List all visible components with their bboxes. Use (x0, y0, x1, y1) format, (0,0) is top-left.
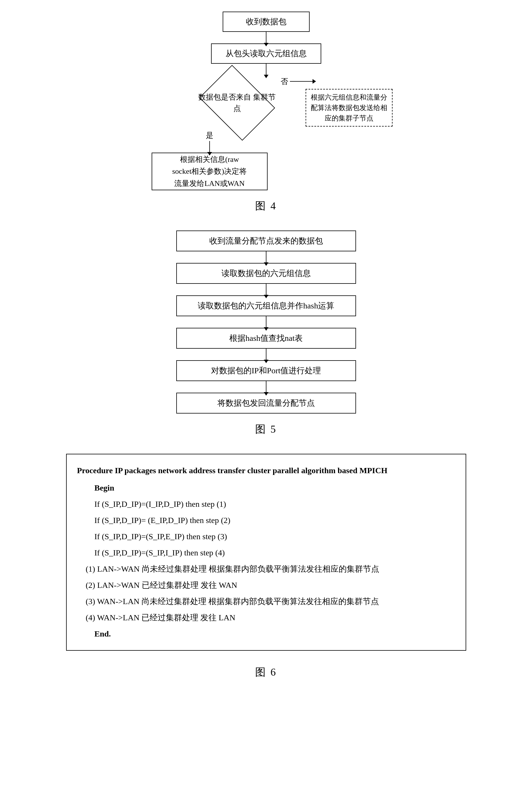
fig5-box3: 读取数据包的六元组信息并作hash运算 (176, 295, 356, 316)
fig4-box2: 从包头读取六元组信息 (211, 43, 321, 64)
fig5-label: 图 5 (255, 422, 277, 436)
fig4-box1: 收到数据包 (223, 12, 310, 32)
fig4-yes-label: 是 (206, 130, 213, 141)
fig6-if1: If (S_IP,D_IP)=(I_IP,D_IP) then step (1) (95, 496, 455, 512)
fig4-diamond-row: 数据包是否来自 集群节点 否 根据六元组信息和流量分配算法将数据包发送给相应的集… (136, 75, 396, 130)
fig5-flowchart: 收到流量分配节点发来的数据包 读取数据包的六元组信息 读取数据包的六元组信息并作… (63, 231, 469, 448)
fig6-if4: If (S_IP,D_IP)=(S_IP,I_IP) then step (4) (95, 545, 455, 561)
fig4-branch-box: 根据六元组信息和流量分配算法将数据包发送给相应的集群子节点 (306, 89, 393, 127)
fig4-flowchart: 收到数据包 从包头读取六元组信息 数据包是否来自 集群节点 (63, 12, 469, 225)
fig4-no-branch: 否 根据六元组信息和流量分配算法将数据包发送给相应的集群子节点 (281, 79, 393, 127)
fig5-box5: 对数据包的IP和Port值进行处理 (176, 360, 356, 381)
fig6-if3: If (S_IP,D_IP)=(S_IP,E_IP) then step (3) (95, 528, 455, 545)
fig5-box2: 读取数据包的六元组信息 (176, 263, 356, 284)
fig4-bottom-box: 根据相关信息(rawsocket相关参数)决定将流量发给LAN或WAN (152, 153, 268, 190)
fig6-content: Procedure IP packages network address tr… (66, 454, 466, 651)
fig4-no-label: 否 (281, 76, 288, 87)
fig6-step2: (2) LAN->WAN 已经过集群处理 发往 WAN (86, 577, 455, 593)
fig6-step3: (3) WAN->LAN 尚未经过集群处理 根据集群内部负载平衡算法发往相应的集… (86, 593, 455, 610)
fig5-box6: 将数据包发回流量分配节点 (176, 393, 356, 414)
fig5-box4: 根据hash值查找nat表 (176, 328, 356, 349)
fig5-box1: 收到流量分配节点发来的数据包 (176, 231, 356, 251)
fig6-begin: Begin (95, 480, 455, 496)
page-content: 收到数据包 从包头读取六元组信息 数据包是否来自 集群节点 (63, 12, 469, 691)
fig6-label: 图 6 (255, 665, 277, 679)
fig4-wrapper: 收到数据包 从包头读取六元组信息 数据包是否来自 集群节点 (136, 12, 396, 190)
fig6-step1: (1) LAN->WAN 尚未经过集群处理 根据集群内部负载平衡算法发往相应的集… (86, 561, 455, 577)
fig5-wrapper: 收到流量分配节点发来的数据包 读取数据包的六元组信息 读取数据包的六元组信息并作… (165, 231, 368, 414)
fig4-diamond: 数据包是否来自 集群节点 (197, 75, 278, 130)
fig4-label: 图 4 (255, 199, 277, 213)
fig6-wrapper: Procedure IP packages network address tr… (66, 454, 466, 651)
fig6-if2: If (S_IP,D_IP)= (E_IP,D_IP) then step (2… (95, 512, 455, 528)
fig4-yes-section: 是 (206, 130, 213, 153)
fig6-step4: (4) WAN->LAN 已经过集群处理 发往 LAN (86, 610, 455, 626)
fig6-procedure-title: Procedure IP packages network address tr… (77, 463, 455, 479)
fig6-end: End. (95, 626, 455, 642)
fig4-diamond-text: 数据包是否来自 集群节点 (197, 91, 278, 114)
